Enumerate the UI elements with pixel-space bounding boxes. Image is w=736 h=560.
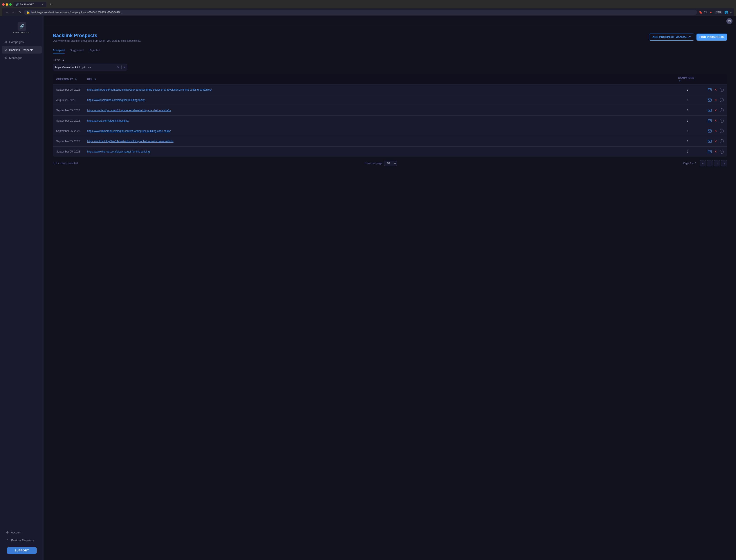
- first-page-button[interactable]: «: [700, 160, 706, 166]
- cell-created-at: September 05, 2023: [53, 105, 84, 116]
- svg-rect-5: [708, 140, 711, 143]
- find-prospects-button[interactable]: FIND PROSPECTS: [696, 34, 727, 41]
- send-email-button[interactable]: [708, 119, 712, 122]
- feature-requests-icon: ☆: [6, 538, 9, 542]
- cell-campaigns: 1: [675, 147, 701, 157]
- col-created-at[interactable]: CREATED AT ⇅: [53, 74, 84, 85]
- info-button[interactable]: i: [720, 98, 724, 102]
- sidebar-item-feature-requests[interactable]: ☆ Feature Requests: [4, 537, 40, 544]
- cell-campaigns: 1: [675, 116, 701, 126]
- send-email-button[interactable]: [708, 99, 712, 102]
- reject-button[interactable]: ✕: [714, 108, 717, 112]
- minimize-window-button[interactable]: [6, 3, 8, 6]
- table-row: September 05, 2023 https://www.thehoth.c…: [53, 147, 727, 157]
- vpn-badge[interactable]: VPN: [714, 11, 723, 14]
- cell-url: https://www.semrush.com/blog/link-buildi…: [84, 95, 675, 105]
- cell-url: https://www.thehoth.com/blog/chatgpt-for…: [84, 147, 675, 157]
- refresh-button[interactable]: ↻: [18, 10, 22, 14]
- tab-suggested[interactable]: Suggested: [70, 47, 83, 54]
- send-email-button[interactable]: [708, 109, 712, 112]
- filters-header[interactable]: Filters ▲: [53, 58, 727, 62]
- url-link[interactable]: https://www.thehoth.com/blog/chatgpt-for…: [87, 150, 150, 153]
- sidebar-item-label: Campaigns: [9, 40, 24, 44]
- reject-button[interactable]: ✕: [714, 150, 717, 154]
- info-button[interactable]: i: [720, 139, 724, 143]
- info-button[interactable]: i: [720, 88, 724, 92]
- svg-rect-4: [708, 130, 711, 132]
- sidebar-footer: ⊙ Account ☆ Feature Requests SUPPORT: [0, 526, 44, 556]
- add-prospect-manually-button[interactable]: ADD PROSPECT MANUALLY: [649, 34, 694, 41]
- url-link[interactable]: https://www.semrush.com/blog/link-buildi…: [87, 99, 145, 102]
- send-email-button[interactable]: [708, 140, 712, 143]
- cell-url: https://ahrefs.com/blog/link-building/: [84, 116, 675, 126]
- col-campaigns[interactable]: CAMPAIGNS ⇅: [675, 74, 701, 85]
- url-link[interactable]: https://www.rhinorank.io/blog/ai-content…: [87, 129, 171, 133]
- sidebar-logo: 🔗 BACKLINK GPT: [0, 20, 44, 38]
- forward-button[interactable]: →: [11, 10, 16, 14]
- cell-campaigns: 1: [675, 95, 701, 105]
- filter-input-wrap: ✕ ▾: [53, 64, 127, 70]
- sidebar-footer-label: Feature Requests: [11, 539, 34, 542]
- reject-button[interactable]: ✕: [714, 139, 717, 143]
- reject-button[interactable]: ✕: [714, 88, 717, 92]
- messages-icon: ✉: [4, 56, 7, 59]
- info-button[interactable]: i: [720, 129, 724, 133]
- close-window-button[interactable]: [2, 3, 5, 6]
- svg-rect-2: [708, 109, 711, 112]
- last-page-button[interactable]: »: [721, 160, 727, 166]
- info-button[interactable]: i: [720, 150, 724, 154]
- sidebar-item-backlink-prospects[interactable]: ◎ Backlink Prospects: [2, 46, 42, 54]
- prev-page-button[interactable]: ‹: [707, 160, 713, 166]
- filter-url-input[interactable]: [55, 66, 115, 69]
- support-button[interactable]: SUPPORT: [7, 547, 37, 554]
- send-email-button[interactable]: [708, 129, 712, 133]
- main-area: FV Backlink Prospects Overview of all ba…: [44, 16, 736, 560]
- info-button[interactable]: i: [720, 108, 724, 112]
- tab-close-button[interactable]: ✕: [41, 3, 44, 6]
- cell-url: https://smith.ai/blog/the-14-best-link-b…: [84, 136, 675, 147]
- browser-chrome: 🔗 BacklinkGPT ✕ + ← → ↻ 🔒 backlinkgpt.co…: [0, 0, 736, 16]
- svg-rect-3: [708, 119, 711, 122]
- user-avatar[interactable]: FV: [726, 18, 732, 24]
- url-link[interactable]: https://smith.ai/blog/the-14-best-link-b…: [87, 140, 173, 143]
- sidebar-item-messages[interactable]: ✉ Messages: [2, 54, 42, 61]
- reject-button[interactable]: ✕: [714, 119, 717, 123]
- new-tab-button[interactable]: +: [48, 2, 53, 6]
- col-url[interactable]: URL ⇅: [84, 74, 675, 85]
- menu-icon[interactable]: ≡: [730, 11, 732, 14]
- sidebar-item-campaigns[interactable]: ⊞ Campaigns: [2, 38, 42, 46]
- next-page-button[interactable]: ›: [714, 160, 720, 166]
- page-header: Backlink Prospects Overview of all backl…: [53, 33, 727, 42]
- filter-dropdown-button[interactable]: ▾: [121, 65, 125, 69]
- address-bar[interactable]: 🔒 backlinkgpt.com/backlink-prospects?cam…: [24, 10, 697, 15]
- sort-icon-campaigns: ⇅: [679, 79, 681, 82]
- reject-button[interactable]: ✕: [714, 98, 717, 102]
- cell-url: https://www.rhinorank.io/blog/ai-content…: [84, 126, 675, 136]
- filters-label: Filters: [53, 58, 60, 62]
- tab-favicon: 🔗: [16, 3, 19, 6]
- url-link[interactable]: https://aicontentfy.com/en/blog/future-o…: [87, 109, 171, 112]
- reject-button[interactable]: ✕: [714, 129, 717, 133]
- cell-actions: ✕ i: [701, 147, 727, 157]
- send-email-button[interactable]: [708, 88, 712, 91]
- topbar: FV: [44, 16, 736, 26]
- url-link[interactable]: https://chili.pa/blog/marketing-digital/…: [87, 88, 212, 91]
- url-link[interactable]: https://ahrefs.com/blog/link-building/: [87, 119, 129, 122]
- filter-clear-button[interactable]: ✕: [117, 65, 120, 69]
- tab-rejected[interactable]: Rejected: [89, 47, 100, 54]
- tab-accepted[interactable]: Accepted: [53, 47, 65, 54]
- info-button[interactable]: i: [720, 119, 724, 123]
- tabs: Accepted Suggested Rejected: [53, 47, 727, 54]
- browser-tab[interactable]: 🔗 BacklinkGPT ✕: [13, 2, 46, 7]
- rows-per-page-select[interactable]: 10 25 50 100: [384, 161, 397, 166]
- bookmark-icon[interactable]: 🔖: [699, 11, 702, 14]
- sidebar: 🔗 BACKLINK GPT ⊞ Campaigns ◎ Backlink Pr…: [0, 16, 44, 560]
- account-icon: ⊙: [6, 531, 9, 534]
- avatar-icon: 🌐: [724, 11, 728, 14]
- maximize-window-button[interactable]: [9, 3, 12, 6]
- sidebar-item-account[interactable]: ⊙ Account: [4, 529, 40, 536]
- back-button[interactable]: ←: [4, 10, 9, 14]
- send-email-button[interactable]: [708, 150, 712, 153]
- rows-per-page: Rows per page 10 25 50 100: [364, 161, 397, 166]
- campaigns-icon: ⊞: [4, 40, 7, 44]
